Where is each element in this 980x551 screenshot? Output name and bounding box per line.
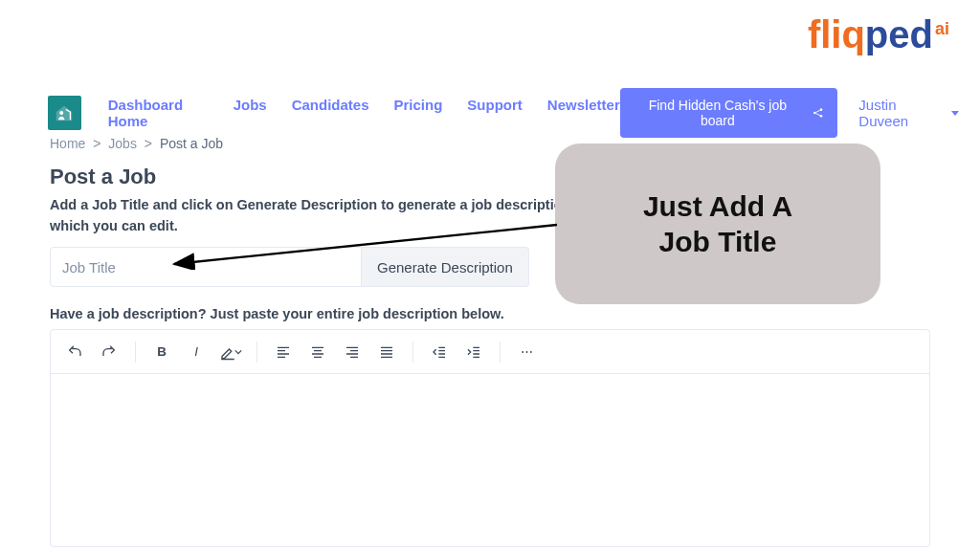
nav-newsletter[interactable]: Newsletter	[547, 97, 620, 129]
svg-point-2	[820, 108, 823, 111]
italic-button[interactable]: I	[182, 338, 211, 366]
outdent-icon	[432, 344, 447, 360]
align-center-button[interactable]	[303, 338, 332, 366]
svg-point-0	[60, 111, 64, 115]
breadcrumb-sep: >	[93, 136, 100, 151]
nav-pricing[interactable]: Pricing	[394, 97, 443, 129]
nav-candidates[interactable]: Candidates	[292, 97, 369, 129]
brand-sup: ai	[935, 19, 949, 38]
job-title-row: Generate Description	[50, 247, 529, 287]
job-title-input[interactable]	[50, 247, 362, 287]
svg-point-1	[813, 112, 816, 115]
brand-part2: ped	[865, 13, 933, 55]
nav-jobs[interactable]: Jobs	[234, 97, 267, 129]
callout-line1: Just Add A	[643, 190, 792, 222]
align-left-icon	[276, 344, 291, 360]
brand-logo: fliqpedai	[808, 13, 949, 56]
align-left-button[interactable]	[269, 338, 298, 366]
find-job-board-button[interactable]: Find Hidden Cash's job board	[620, 88, 838, 138]
nav-dashboard-home[interactable]: Dashboard Home	[108, 97, 209, 129]
callout-line2: Job Title	[659, 226, 777, 257]
align-justify-icon	[379, 344, 394, 360]
user-menu[interactable]: Justin Duveen	[858, 97, 959, 129]
breadcrumb-sep: >	[145, 136, 152, 151]
annotation-callout: Just Add A Job Title	[555, 143, 880, 304]
rich-text-editor: B I ⋯	[50, 329, 930, 547]
outdent-button[interactable]	[425, 338, 454, 366]
align-right-icon	[345, 344, 360, 360]
undo-button[interactable]	[60, 338, 89, 366]
breadcrumb: Home > Jobs > Post a Job	[50, 136, 223, 151]
indent-button[interactable]	[459, 338, 488, 366]
undo-icon	[67, 344, 82, 360]
navbar: Dashboard Home Jobs Candidates Pricing S…	[48, 94, 959, 132]
redo-icon	[101, 344, 117, 360]
text-color-button[interactable]	[216, 338, 245, 366]
find-job-board-label: Find Hidden Cash's job board	[634, 98, 802, 128]
align-justify-button[interactable]	[372, 338, 401, 366]
brand-part1: fliq	[808, 13, 865, 55]
toolbar-separator	[135, 342, 136, 363]
toolbar-separator	[412, 342, 413, 363]
helper-text-2: Have a job description? Just paste your …	[50, 306, 504, 321]
toolbar-separator	[500, 342, 501, 363]
house-person-icon	[54, 102, 75, 123]
svg-rect-4	[221, 358, 234, 360]
page-title: Post a Job	[50, 165, 156, 189]
more-button[interactable]: ⋯	[512, 338, 541, 366]
chevron-down-icon	[951, 111, 959, 116]
breadcrumb-jobs[interactable]: Jobs	[108, 136, 137, 151]
editor-toolbar: B I ⋯	[51, 330, 929, 374]
callout-text: Just Add A Job Title	[643, 188, 792, 260]
user-name: Justin Duveen	[858, 97, 946, 129]
helper-text-1: Add a Job Title and click on Generate De…	[50, 195, 586, 237]
breadcrumb-current: Post a Job	[160, 136, 223, 151]
breadcrumb-home[interactable]: Home	[50, 136, 85, 151]
nav-support[interactable]: Support	[467, 97, 523, 129]
toolbar-separator	[256, 342, 257, 363]
generate-description-button[interactable]: Generate Description	[362, 247, 529, 287]
align-right-button[interactable]	[338, 338, 367, 366]
bold-button[interactable]: B	[147, 338, 176, 366]
align-center-icon	[310, 344, 325, 360]
app-logo[interactable]	[48, 96, 81, 130]
editor-body[interactable]	[51, 374, 929, 546]
indent-icon	[466, 344, 481, 360]
nav-links: Dashboard Home Jobs Candidates Pricing S…	[108, 97, 620, 129]
nav-right: Find Hidden Cash's job board Justin Duve…	[620, 88, 959, 138]
svg-point-3	[820, 115, 823, 118]
chevron-down-icon	[234, 348, 242, 356]
share-icon	[812, 106, 824, 120]
redo-button[interactable]	[95, 338, 123, 366]
